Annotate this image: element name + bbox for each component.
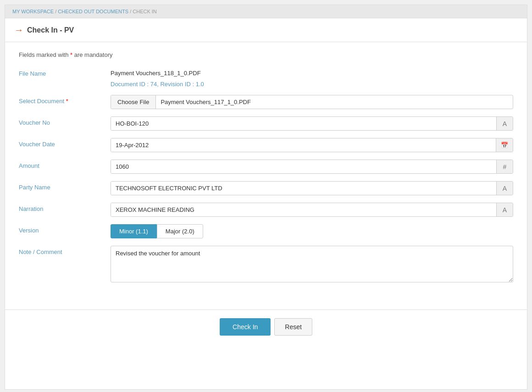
narration-label: Narration bbox=[19, 203, 111, 212]
voucher-no-icon: A bbox=[496, 117, 513, 130]
narration-icon: A bbox=[496, 203, 513, 216]
form-divider bbox=[5, 309, 527, 310]
breadcrumb-my-workspace[interactable]: MY WORKSPACE bbox=[12, 9, 54, 14]
action-buttons: Check In Reset bbox=[5, 318, 527, 349]
file-name-row: File Name Payment Vouchers_118_1_0.PDF D… bbox=[19, 67, 513, 88]
amount-row: Amount # bbox=[19, 160, 513, 174]
voucher-no-input-wrapper: A bbox=[111, 116, 513, 131]
checkin-button[interactable]: Check In bbox=[220, 318, 271, 336]
voucher-date-input[interactable] bbox=[111, 138, 496, 152]
main-container: MY WORKSPACE / CHECKED OUT DOCUMENTS / C… bbox=[5, 5, 527, 390]
file-input-wrapper: Choose File Payment Vouchers_117_1_0.PDF bbox=[111, 95, 513, 109]
voucher-no-value: A bbox=[111, 116, 513, 131]
amount-value: # bbox=[111, 160, 513, 174]
voucher-date-label: Voucher Date bbox=[19, 138, 111, 148]
select-document-asterisk: * bbox=[66, 98, 68, 105]
breadcrumb-checked-out[interactable]: CHECKED OUT DOCUMENTS bbox=[58, 9, 128, 14]
amount-input[interactable] bbox=[111, 160, 496, 173]
page-title: Check In - PV bbox=[27, 26, 74, 34]
mandatory-note: Fields marked with * are mandatory bbox=[19, 51, 513, 58]
reset-button[interactable]: Reset bbox=[274, 318, 312, 336]
hash-icon: # bbox=[496, 160, 513, 173]
amount-input-wrapper: # bbox=[111, 160, 513, 174]
version-row: Version Minor (1.1) Major (2.0) bbox=[19, 224, 513, 238]
voucher-date-value: 📅 bbox=[111, 138, 513, 152]
choose-file-button[interactable]: Choose File bbox=[111, 95, 156, 109]
note-comment-textarea[interactable]: Revised the voucher for amount bbox=[111, 246, 513, 282]
note-comment-row: Note / Comment Revised the voucher for a… bbox=[19, 246, 513, 284]
file-name-label: File Name bbox=[19, 67, 111, 77]
select-document-value: Choose File Payment Vouchers_117_1_0.PDF bbox=[111, 95, 513, 109]
page-header: → Check In - PV bbox=[5, 18, 527, 42]
voucher-date-row: Voucher Date 📅 bbox=[19, 138, 513, 152]
amount-label: Amount bbox=[19, 160, 111, 169]
note-comment-label: Note / Comment bbox=[19, 246, 111, 255]
voucher-date-input-wrapper: 📅 bbox=[111, 138, 513, 152]
version-label: Version bbox=[19, 224, 111, 234]
select-document-label: Select Document * bbox=[19, 95, 111, 105]
party-name-value: A bbox=[111, 181, 513, 195]
form-area: Fields marked with * are mandatory File … bbox=[5, 42, 527, 300]
selected-file-name: Payment Vouchers_117_1_0.PDF bbox=[156, 95, 513, 109]
narration-row: Narration A bbox=[19, 203, 513, 217]
narration-input-wrapper: A bbox=[111, 203, 513, 217]
breadcrumb: MY WORKSPACE / CHECKED OUT DOCUMENTS / C… bbox=[5, 5, 527, 18]
party-name-input-wrapper: A bbox=[111, 181, 513, 195]
version-minor-button[interactable]: Minor (1.1) bbox=[111, 224, 157, 238]
version-value: Minor (1.1) Major (2.0) bbox=[111, 224, 513, 238]
party-name-input[interactable] bbox=[111, 182, 496, 195]
breadcrumb-check-in: CHECK IN bbox=[133, 9, 157, 14]
version-major-button[interactable]: Major (2.0) bbox=[157, 224, 203, 238]
select-document-row: Select Document * Choose File Payment Vo… bbox=[19, 95, 513, 109]
calendar-icon[interactable]: 📅 bbox=[496, 138, 513, 152]
party-name-icon: A bbox=[496, 182, 513, 195]
party-name-label: Party Name bbox=[19, 181, 111, 191]
file-name-text: Payment Vouchers_118_1_0.PDF bbox=[111, 67, 513, 79]
voucher-no-input[interactable] bbox=[111, 117, 496, 130]
narration-value: A bbox=[111, 203, 513, 217]
voucher-no-row: Voucher No A bbox=[19, 116, 513, 131]
file-name-value: Payment Vouchers_118_1_0.PDF Document ID… bbox=[111, 67, 513, 88]
doc-id-text: Document ID : 74, Revision ID : 1.0 bbox=[111, 81, 513, 88]
voucher-no-label: Voucher No bbox=[19, 116, 111, 126]
narration-input[interactable] bbox=[111, 203, 496, 216]
note-comment-value: Revised the voucher for amount bbox=[111, 246, 513, 284]
version-group: Minor (1.1) Major (2.0) bbox=[111, 224, 513, 238]
arrow-right-icon: → bbox=[14, 25, 23, 35]
party-name-row: Party Name A bbox=[19, 181, 513, 195]
